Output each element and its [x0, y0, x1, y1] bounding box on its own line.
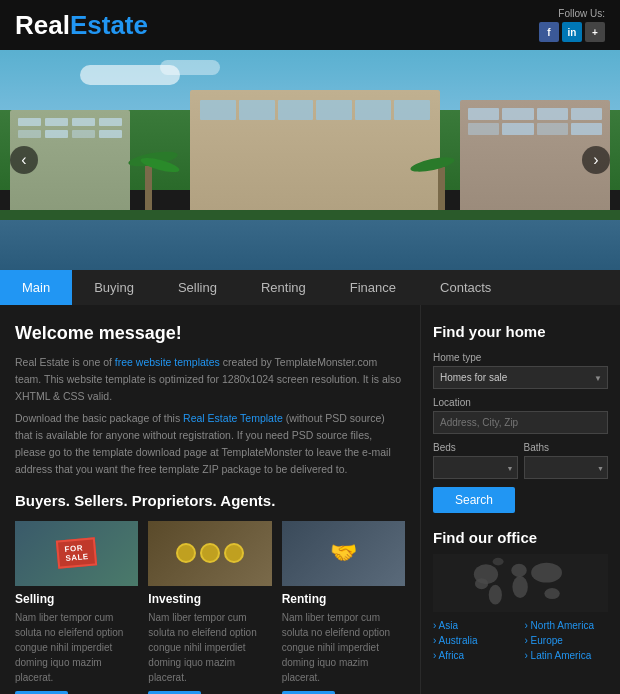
social-twitter[interactable]: f — [539, 22, 559, 42]
beds-label: Beds — [433, 442, 518, 453]
regions: › Asia › Australia › Africa › North Amer… — [433, 620, 608, 665]
card-investing-img — [148, 521, 271, 586]
welcome-p1: Real Estate is one of free website templ… — [15, 354, 405, 404]
link-template2[interactable]: Real Estate Template — [183, 412, 283, 424]
link-templates[interactable]: free website templates — [115, 356, 220, 368]
search-button[interactable]: Search — [433, 487, 515, 513]
card-selling-more-btn[interactable]: More — [15, 691, 68, 694]
card-renting: 🤝 Renting Nam liber tempor cum soluta no… — [282, 521, 405, 694]
social-plus[interactable]: + — [585, 22, 605, 42]
card-investing: Investing Nam liber tempor cum soluta no… — [148, 521, 271, 694]
region-australia[interactable]: › Australia — [433, 635, 517, 646]
section-title: Buyers. Sellers. Proprietors. Agents. — [15, 492, 405, 509]
hero-arrow-right[interactable]: › — [582, 146, 610, 174]
logo-real: Real — [15, 10, 70, 41]
nav-item-finance[interactable]: Finance — [328, 270, 418, 305]
find-office-title: Find our office — [433, 529, 608, 546]
nav-item-selling[interactable]: Selling — [156, 270, 239, 305]
card-renting-title: Renting — [282, 592, 405, 606]
hero-slider: ‹ › — [0, 50, 620, 270]
home-type-select[interactable]: Homes for sale — [433, 366, 608, 389]
nav: Main Buying Selling Renting Finance Cont… — [0, 270, 620, 305]
svg-point-5 — [532, 563, 563, 583]
region-north-america[interactable]: › North America — [525, 620, 609, 631]
regions-left: › Asia › Australia › Africa — [433, 620, 517, 665]
find-home-title: Find your home — [433, 323, 608, 340]
card-investing-title: Investing — [148, 592, 271, 606]
svg-point-3 — [512, 564, 527, 577]
header: RealEstate Follow Us: f in + — [0, 0, 620, 50]
card-investing-text: Nam liber tempor cum soluta no eleifend … — [148, 610, 271, 685]
nav-item-buying[interactable]: Buying — [72, 270, 156, 305]
logo: RealEstate — [15, 10, 148, 41]
follow-label: Follow Us: — [539, 8, 605, 19]
hero-arrow-left[interactable]: ‹ — [10, 146, 38, 174]
baths-select[interactable]: 1234+ — [524, 456, 609, 479]
svg-point-6 — [545, 589, 560, 600]
baths-label: Baths — [524, 442, 609, 453]
region-latin-america[interactable]: › Latin America — [525, 650, 609, 661]
card-selling-title: Selling — [15, 592, 138, 606]
welcome-p2: Download the basic package of this Real … — [15, 410, 405, 477]
right-column: Find your home Home type Homes for sale … — [420, 305, 620, 694]
beds-select[interactable]: 1234+ — [433, 456, 518, 479]
nav-item-main[interactable]: Main — [0, 270, 72, 305]
svg-point-4 — [513, 576, 528, 598]
left-column: Welcome message! Real Estate is one of f… — [0, 305, 420, 694]
card-selling-text: Nam liber tempor cum soluta no eleifend … — [15, 610, 138, 685]
card-selling-img: FORSALE — [15, 521, 138, 586]
main-content: Welcome message! Real Estate is one of f… — [0, 305, 620, 694]
card-selling: FORSALE Selling Nam liber tempor cum sol… — [15, 521, 138, 694]
location-input[interactable] — [433, 411, 608, 434]
social-linkedin[interactable]: in — [562, 22, 582, 42]
region-europe[interactable]: › Europe — [525, 635, 609, 646]
svg-point-2 — [489, 585, 502, 605]
world-map — [433, 554, 608, 612]
cards-row: FORSALE Selling Nam liber tempor cum sol… — [15, 521, 405, 694]
world-map-svg — [437, 555, 603, 610]
location-label: Location — [433, 397, 608, 408]
welcome-title: Welcome message! — [15, 323, 405, 344]
home-type-label: Home type — [433, 352, 608, 363]
card-renting-text: Nam liber tempor cum soluta no eleifend … — [282, 610, 405, 685]
logo-estate: Estate — [70, 10, 148, 41]
follow-us: Follow Us: f in + — [539, 8, 605, 42]
card-renting-more-btn[interactable]: More — [282, 691, 335, 694]
card-investing-more-btn[interactable]: More — [148, 691, 201, 694]
region-africa[interactable]: › Africa — [433, 650, 517, 661]
regions-right: › North America › Europe › Latin America — [525, 620, 609, 665]
svg-point-1 — [475, 579, 488, 590]
nav-item-contacts[interactable]: Contacts — [418, 270, 513, 305]
region-asia[interactable]: › Asia — [433, 620, 517, 631]
nav-item-renting[interactable]: Renting — [239, 270, 328, 305]
svg-point-7 — [493, 558, 504, 566]
card-renting-img: 🤝 — [282, 521, 405, 586]
